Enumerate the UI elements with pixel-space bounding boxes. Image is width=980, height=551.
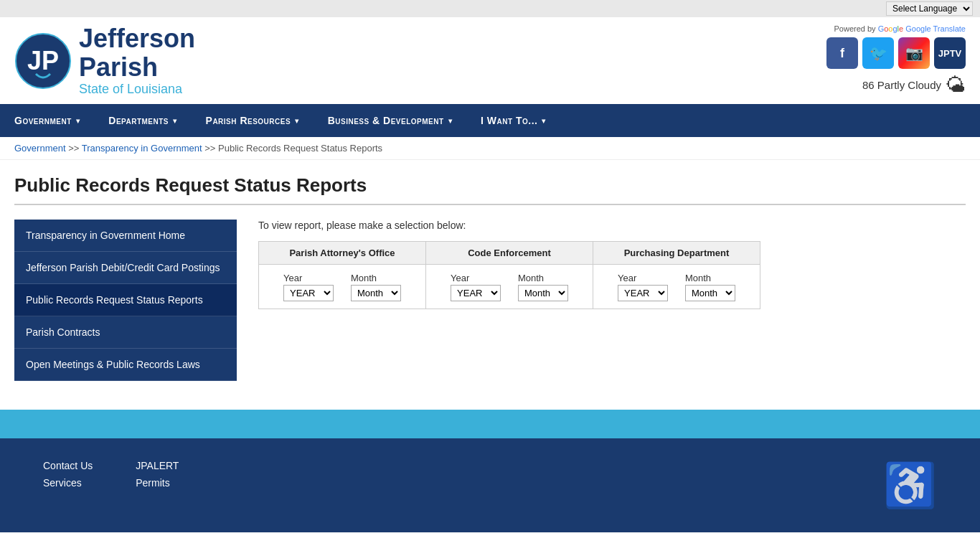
- logo-area: JP Jefferson Parish State of Louisiana: [14, 24, 195, 96]
- weather-text: 86 Partly Cloudy: [862, 79, 941, 91]
- nav-i-want-to[interactable]: I Want To... ▾: [466, 104, 560, 137]
- parish-attorney-month-select[interactable]: Month: [351, 285, 401, 301]
- page-title: Public Records Request Status Reports: [14, 174, 966, 205]
- translate-link[interactable]: Google Google Translate: [878, 24, 966, 33]
- nav-business-development[interactable]: Business & Development ▾: [314, 104, 466, 137]
- code-enforcement-year-label: Year: [451, 273, 469, 283]
- parish-attorney-year-select[interactable]: YEAR: [283, 285, 334, 301]
- top-bar: Select Language: [0, 0, 980, 17]
- footer-accessibility: ♿: [883, 460, 937, 511]
- footer-col-1: Contact Us Services: [43, 460, 93, 511]
- parish-attorney-month-group: Month Month: [351, 273, 401, 301]
- footer: Contact Us Services JPALERT Permits ♿: [0, 438, 980, 532]
- instagram-icon[interactable]: 📷: [898, 37, 930, 69]
- purchasing-month-label: Month: [685, 273, 711, 283]
- parish-attorney-year-label: Year: [283, 273, 302, 283]
- purchasing-year-label: Year: [618, 273, 636, 283]
- main-content: Public Records Request Status Reports Tr…: [0, 160, 980, 410]
- footer-permits[interactable]: Permits: [136, 477, 179, 489]
- nav-i-want-to-arrow: ▾: [542, 117, 546, 125]
- nav-parish-resources[interactable]: Parish Resources ▾: [192, 104, 314, 137]
- code-enforcement-year-group: Year YEAR: [451, 273, 501, 301]
- accessibility-icon: ♿: [883, 460, 937, 511]
- nav-departments-arrow: ▾: [173, 117, 177, 125]
- col-parish-attorney-cell: Year YEAR Month Month: [259, 265, 426, 309]
- translate-bar: Powered by Google Google Translate: [834, 24, 966, 33]
- nav-bar: Government ▾ Departments ▾ Parish Resour…: [0, 104, 980, 137]
- sidebar-parish-contracts[interactable]: Parish Contracts: [14, 316, 237, 349]
- state-name: State of Louisiana: [79, 82, 195, 97]
- social-icons: f 🐦 📷 JPTV: [826, 37, 966, 69]
- svg-text:JP: JP: [27, 46, 59, 75]
- sidebar-debit-credit[interactable]: Jefferson Parish Debit/Credit Card Posti…: [14, 252, 237, 284]
- parish-attorney-month-label: Month: [351, 273, 377, 283]
- report-table: Parish Attorney's Office Code Enforcemen…: [258, 241, 760, 309]
- footer-contact-us[interactable]: Contact Us: [43, 460, 93, 471]
- nav-government[interactable]: Government ▾: [0, 104, 94, 137]
- purchasing-month-group: Month Month: [685, 273, 735, 301]
- parish-attorney-year-group: Year YEAR: [283, 273, 334, 301]
- logo-text: Jefferson Parish State of Louisiana: [79, 24, 195, 96]
- sidebar-open-meetings[interactable]: Open Meetings & Public Records Laws: [14, 349, 237, 381]
- nav-government-arrow: ▾: [76, 117, 80, 125]
- sidebar: Transparency in Government Home Jefferso…: [14, 220, 237, 381]
- logo-icon: JP: [14, 32, 72, 90]
- col-code-enforcement-cell: Year YEAR Month Month: [426, 265, 593, 309]
- footer-services[interactable]: Services: [43, 477, 93, 489]
- nav-departments[interactable]: Departments ▾: [94, 104, 191, 137]
- code-enforcement-month-select[interactable]: Month: [518, 285, 568, 301]
- footer-band: [0, 410, 980, 438]
- nav-business-arrow: ▾: [448, 117, 453, 125]
- purchasing-year-select[interactable]: YEAR: [618, 285, 668, 301]
- facebook-icon[interactable]: f: [826, 37, 858, 69]
- footer-jpalert[interactable]: JPALERT: [136, 460, 179, 471]
- breadcrumb-government[interactable]: Government: [14, 143, 66, 154]
- translate-powered: Powered by Google Google Translate: [834, 24, 966, 33]
- weather-area: 86 Partly Cloudy 🌤: [862, 73, 966, 97]
- sidebar-public-records[interactable]: Public Records Request Status Reports: [14, 284, 237, 316]
- weather-icon: 🌤: [946, 73, 966, 97]
- content-layout: Transparency in Government Home Jefferso…: [14, 220, 966, 381]
- report-area: To view report, please make a selection …: [258, 220, 966, 309]
- header: JP Jefferson Parish State of Louisiana P…: [0, 17, 980, 104]
- purchasing-year-group: Year YEAR: [618, 273, 668, 301]
- code-enforcement-month-group: Month Month: [518, 273, 568, 301]
- language-select[interactable]: Select Language: [886, 1, 973, 16]
- col-parish-attorney-header: Parish Attorney's Office: [259, 242, 426, 265]
- breadcrumb-current: Public Records Request Status Reports: [218, 143, 382, 154]
- purchasing-month-select[interactable]: Month: [685, 285, 735, 301]
- jptv-icon[interactable]: JPTV: [934, 37, 966, 69]
- sidebar-transparency-home[interactable]: Transparency in Government Home: [14, 220, 237, 252]
- header-right: Powered by Google Google Translate f 🐦 📷…: [826, 24, 966, 97]
- breadcrumb: Government >> Transparency in Government…: [0, 137, 980, 160]
- nav-parish-resources-arrow: ▾: [295, 117, 299, 125]
- breadcrumb-transparency[interactable]: Transparency in Government: [82, 143, 202, 154]
- twitter-icon[interactable]: 🐦: [862, 37, 894, 69]
- report-instruction: To view report, please make a selection …: [258, 220, 966, 231]
- parish-name: Jefferson Parish: [79, 24, 195, 81]
- code-enforcement-year-select[interactable]: YEAR: [451, 285, 501, 301]
- code-enforcement-month-label: Month: [518, 273, 544, 283]
- col-purchasing-cell: Year YEAR Month Month: [593, 265, 760, 309]
- footer-col-2: JPALERT Permits: [136, 460, 179, 511]
- col-code-enforcement-header: Code Enforcement: [426, 242, 593, 265]
- col-purchasing-header: Purchasing Department: [593, 242, 760, 265]
